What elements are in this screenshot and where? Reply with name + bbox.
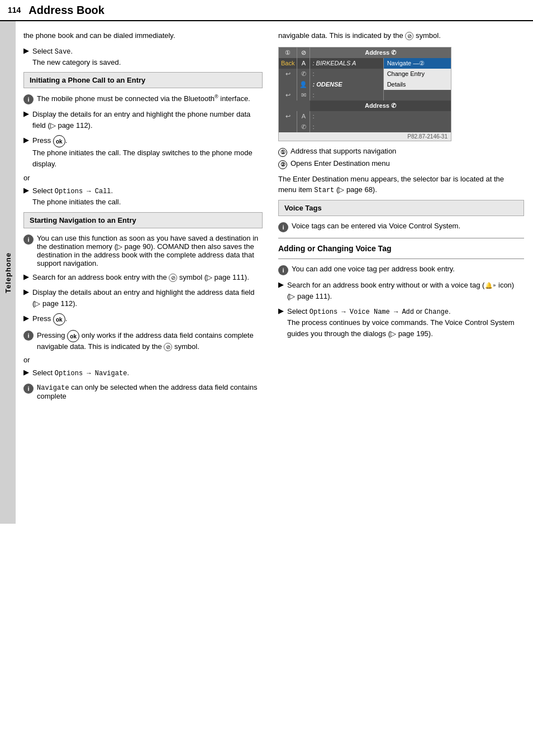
bullet-arrow-6: ▶ [23,288,29,296]
info-navigation: i You can use this function as soon as y… [23,234,263,267]
search-address-text: Search for an address book entry with th… [32,272,249,283]
section-navigation: Starting Navigation to an Entry [23,212,263,228]
nav-cell-a2: A [297,111,310,122]
start-code: Start [314,186,334,194]
section-voice-tags: Voice Tags [278,200,524,216]
save-text: Select Save. The new category is saved. [32,46,121,68]
circle-num-2: ② [278,160,287,169]
nav-table-row-8: ✆ : [279,122,451,132]
nav-cell-colon-1: : [310,69,383,79]
nav-cell-back-3: ↩ [279,111,297,122]
nav-cell-back-icon: ↩ [279,69,297,79]
bullet-voice-name: ▶ Select Options → Voice Name → Add or C… [278,306,524,339]
info-navigation-text: You can use this function as soon as you… [37,234,263,267]
info-bluetooth-text: The mobile phone must be connected via t… [37,94,250,103]
nav-cell-empty-3 [279,122,297,132]
page-header: 114 Address Book [0,0,533,21]
bullet-arrow-2: ▶ [23,109,29,118]
info-voice-text: Voice tags can be entered via Voice Cont… [292,222,460,230]
navigate-code: Navigate [37,384,69,392]
info-pressing-ok-text: Pressing ok only works if the address da… [37,330,263,351]
ok-button-2: ok [53,313,65,326]
voice-name-text: Select Options → Voice Name → Add or Cha… [287,306,524,339]
nav-cell-navigate-selected: Navigate —② [383,58,451,69]
options-call-text: Select Options → Call. The phone initiat… [32,185,121,208]
nav-table-row-1: ① ⊘ Address ✆ [279,47,451,58]
nav-cell-person-icon: 👤 [297,79,310,90]
page-title: Address Book [28,4,104,17]
right-intro: navigable data. This is indicated by the… [278,30,524,41]
nav-table-row-2: Back A : BIRKEDALS A Navigate —② [279,58,451,69]
divider-2 [278,259,524,259]
info-one-voice-tag: i You can add one voice tag per address … [278,265,524,275]
save-bullet: ▶ Select Save. The new category is saved… [23,46,263,68]
nav-cell-empty-2 [383,90,451,101]
info-icon-5: i [278,222,288,232]
section-adding-title: Adding or Changing Voice Tag [278,244,524,253]
circle-num-1: ① [278,148,287,157]
main-layout: Telephone the phone book and can be dial… [0,21,533,524]
info-icon-4: i [23,384,34,394]
bullet-arrow-4: ▶ [23,186,29,194]
bullet-search-address: ▶ Search for an address book entry with … [23,272,263,283]
nav-cell-phone-icon: ✆ [297,69,310,79]
nav-table-row-7: ↩ A : [279,111,451,122]
nav-cell-spacer [279,101,310,111]
nav-cell-circle: ① [279,47,297,58]
bullet-arrow-7: ▶ [23,314,29,322]
nav-cell-odense: : ODENSE [310,79,383,90]
ok-button-3: ok [67,330,79,342]
compass-symbol-2: ⊘ [164,343,172,351]
nav-screenshot: ① ⊘ Address ✆ Back A : BIRKEDALS A Navig… [278,47,451,141]
bullet-arrow-8: ▶ [23,368,29,376]
bullet-arrow-5: ▶ [23,272,29,281]
nav-cell-change-entry: Change Entry [383,69,451,79]
numbered-item-1: ① Address that supports navigation [278,147,524,157]
nav-table-row-3: ↩ ✆ : Change Entry [279,69,451,79]
right-column: navigable data. This is indicated by the… [273,21,533,524]
image-caption: P82.87-2146-31 [279,132,451,141]
voice-name-code: Options → Voice Name → Add [310,308,414,316]
info-pressing-ok: i Pressing ok only works if the address … [23,330,263,351]
nav-cell-colon-3: : [310,111,451,122]
voice-tag-icon: 🔔» [485,281,496,290]
numbered-list: ① Address that supports navigation ② Ope… [278,147,524,169]
nav-cell-details: Details [383,79,451,90]
compass-symbol-1: ⊘ [169,274,177,282]
options-call-code: Options → Call [55,188,111,195]
intro-text: the phone book and can be dialed immedia… [23,30,263,41]
change-code: Change [425,308,449,316]
info-navigate-condition-text: Navigate can only be selected when the a… [37,383,263,400]
display-details-text: Display the details for an entry and hig… [32,109,263,131]
bullet-options-call: ▶ Select Options → Call. The phone initi… [23,185,263,208]
nav-cell-colon-2: : [310,90,383,101]
page-number: 114 [8,6,21,15]
nav-cell-address-header: Address ✆ [310,47,451,58]
bullet-display-details: ▶ Display the details for an entry and h… [23,109,263,131]
bullet-press-ok-2: ▶ Press ok. [23,313,263,326]
search-voice-text: Search for an address book entry without… [287,280,524,302]
info-icon-6: i [278,265,288,275]
nav-cell-mail-icon: ✉ [297,90,310,101]
info-icon-3: i [23,331,34,341]
bullet-display-address: ▶ Display the details about an entry and… [23,287,263,309]
divider-1 [278,238,524,238]
info-navigate-condition: i Navigate can only be selected when the… [23,383,263,400]
bullet-search-voice: ▶ Search for an address book entry witho… [278,280,524,302]
nav-cell-colon-4: : [310,122,451,132]
or-2: or [23,356,263,364]
numbered-text-2: Opens Enter Destination menu [291,159,390,168]
bullet-arrow-3: ▶ [23,136,29,144]
sidebar-label: Telephone [0,21,16,524]
nav-table: ① ⊘ Address ✆ Back A : BIRKEDALS A Navig… [279,47,451,132]
info-bluetooth: i The mobile phone must be connected via… [23,94,263,104]
numbered-item-2: ② Opens Enter Destination menu [278,159,524,169]
nav-cell-a1: A [297,58,310,69]
press-ok-text-1: Press ok. The phone initiates the call. … [32,135,263,169]
bullet-arrow-9: ▶ [278,280,284,289]
compass-symbol-3: ⊘ [405,32,413,40]
display-address-text: Display the details about an entry and h… [32,287,263,309]
bullet-arrow-10: ▶ [278,307,284,315]
ok-button-1: ok [53,135,65,147]
nav-cell-back-2: ↩ [279,90,297,101]
